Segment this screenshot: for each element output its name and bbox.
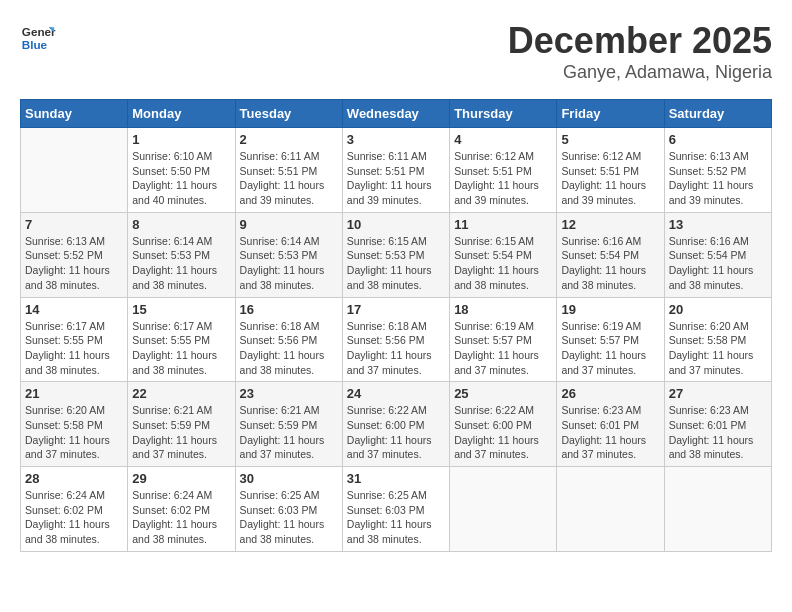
calendar-cell: 27 Sunrise: 6:23 AMSunset: 6:01 PMDaylig…: [664, 382, 771, 467]
day-number: 25: [454, 386, 552, 401]
day-number: 30: [240, 471, 338, 486]
day-info: Sunrise: 6:12 AMSunset: 5:51 PMDaylight:…: [561, 149, 659, 208]
calendar-cell: 7 Sunrise: 6:13 AMSunset: 5:52 PMDayligh…: [21, 212, 128, 297]
day-info: Sunrise: 6:18 AMSunset: 5:56 PMDaylight:…: [347, 319, 445, 378]
day-header-saturday: Saturday: [664, 100, 771, 128]
day-number: 16: [240, 302, 338, 317]
day-info: Sunrise: 6:17 AMSunset: 5:55 PMDaylight:…: [132, 319, 230, 378]
day-number: 8: [132, 217, 230, 232]
day-number: 2: [240, 132, 338, 147]
day-header-thursday: Thursday: [450, 100, 557, 128]
calendar-cell: 31 Sunrise: 6:25 AMSunset: 6:03 PMDaylig…: [342, 467, 449, 552]
location-title: Ganye, Adamawa, Nigeria: [508, 62, 772, 83]
day-info: Sunrise: 6:10 AMSunset: 5:50 PMDaylight:…: [132, 149, 230, 208]
day-number: 11: [454, 217, 552, 232]
day-header-wednesday: Wednesday: [342, 100, 449, 128]
day-number: 7: [25, 217, 123, 232]
calendar-cell: 21 Sunrise: 6:20 AMSunset: 5:58 PMDaylig…: [21, 382, 128, 467]
day-number: 9: [240, 217, 338, 232]
day-info: Sunrise: 6:23 AMSunset: 6:01 PMDaylight:…: [561, 403, 659, 462]
calendar-cell: 1 Sunrise: 6:10 AMSunset: 5:50 PMDayligh…: [128, 128, 235, 213]
week-row-1: 1 Sunrise: 6:10 AMSunset: 5:50 PMDayligh…: [21, 128, 772, 213]
calendar-cell: 17 Sunrise: 6:18 AMSunset: 5:56 PMDaylig…: [342, 297, 449, 382]
week-row-2: 7 Sunrise: 6:13 AMSunset: 5:52 PMDayligh…: [21, 212, 772, 297]
calendar-cell: 28 Sunrise: 6:24 AMSunset: 6:02 PMDaylig…: [21, 467, 128, 552]
day-header-tuesday: Tuesday: [235, 100, 342, 128]
header: General Blue December 2025 Ganye, Adamaw…: [20, 20, 772, 83]
calendar-cell: 10 Sunrise: 6:15 AMSunset: 5:53 PMDaylig…: [342, 212, 449, 297]
day-number: 29: [132, 471, 230, 486]
day-number: 15: [132, 302, 230, 317]
day-number: 1: [132, 132, 230, 147]
week-row-3: 14 Sunrise: 6:17 AMSunset: 5:55 PMDaylig…: [21, 297, 772, 382]
day-number: 24: [347, 386, 445, 401]
day-info: Sunrise: 6:19 AMSunset: 5:57 PMDaylight:…: [561, 319, 659, 378]
day-number: 20: [669, 302, 767, 317]
day-header-monday: Monday: [128, 100, 235, 128]
day-number: 4: [454, 132, 552, 147]
day-info: Sunrise: 6:15 AMSunset: 5:54 PMDaylight:…: [454, 234, 552, 293]
calendar-cell: 26 Sunrise: 6:23 AMSunset: 6:01 PMDaylig…: [557, 382, 664, 467]
logo-icon: General Blue: [20, 20, 56, 56]
day-info: Sunrise: 6:23 AMSunset: 6:01 PMDaylight:…: [669, 403, 767, 462]
calendar-cell: 4 Sunrise: 6:12 AMSunset: 5:51 PMDayligh…: [450, 128, 557, 213]
calendar-cell: 30 Sunrise: 6:25 AMSunset: 6:03 PMDaylig…: [235, 467, 342, 552]
calendar-cell: 13 Sunrise: 6:16 AMSunset: 5:54 PMDaylig…: [664, 212, 771, 297]
calendar-cell: 6 Sunrise: 6:13 AMSunset: 5:52 PMDayligh…: [664, 128, 771, 213]
calendar-cell: 9 Sunrise: 6:14 AMSunset: 5:53 PMDayligh…: [235, 212, 342, 297]
day-number: 19: [561, 302, 659, 317]
calendar-cell: 16 Sunrise: 6:18 AMSunset: 5:56 PMDaylig…: [235, 297, 342, 382]
day-info: Sunrise: 6:22 AMSunset: 6:00 PMDaylight:…: [347, 403, 445, 462]
day-info: Sunrise: 6:16 AMSunset: 5:54 PMDaylight:…: [561, 234, 659, 293]
header-row: SundayMondayTuesdayWednesdayThursdayFrid…: [21, 100, 772, 128]
calendar-table: SundayMondayTuesdayWednesdayThursdayFrid…: [20, 99, 772, 552]
day-info: Sunrise: 6:24 AMSunset: 6:02 PMDaylight:…: [132, 488, 230, 547]
calendar-cell: 24 Sunrise: 6:22 AMSunset: 6:00 PMDaylig…: [342, 382, 449, 467]
day-number: 28: [25, 471, 123, 486]
day-info: Sunrise: 6:24 AMSunset: 6:02 PMDaylight:…: [25, 488, 123, 547]
calendar-cell: 2 Sunrise: 6:11 AMSunset: 5:51 PMDayligh…: [235, 128, 342, 213]
calendar-cell: [557, 467, 664, 552]
day-info: Sunrise: 6:20 AMSunset: 5:58 PMDaylight:…: [25, 403, 123, 462]
calendar-cell: 19 Sunrise: 6:19 AMSunset: 5:57 PMDaylig…: [557, 297, 664, 382]
day-info: Sunrise: 6:14 AMSunset: 5:53 PMDaylight:…: [240, 234, 338, 293]
calendar-cell: 5 Sunrise: 6:12 AMSunset: 5:51 PMDayligh…: [557, 128, 664, 213]
day-number: 12: [561, 217, 659, 232]
calendar-cell: 12 Sunrise: 6:16 AMSunset: 5:54 PMDaylig…: [557, 212, 664, 297]
day-number: 17: [347, 302, 445, 317]
day-info: Sunrise: 6:16 AMSunset: 5:54 PMDaylight:…: [669, 234, 767, 293]
day-info: Sunrise: 6:11 AMSunset: 5:51 PMDaylight:…: [240, 149, 338, 208]
calendar-cell: [450, 467, 557, 552]
day-number: 5: [561, 132, 659, 147]
day-number: 23: [240, 386, 338, 401]
svg-text:General: General: [22, 25, 56, 38]
day-info: Sunrise: 6:11 AMSunset: 5:51 PMDaylight:…: [347, 149, 445, 208]
logo: General Blue: [20, 20, 56, 56]
calendar-cell: 23 Sunrise: 6:21 AMSunset: 5:59 PMDaylig…: [235, 382, 342, 467]
calendar-cell: 8 Sunrise: 6:14 AMSunset: 5:53 PMDayligh…: [128, 212, 235, 297]
day-number: 14: [25, 302, 123, 317]
day-info: Sunrise: 6:20 AMSunset: 5:58 PMDaylight:…: [669, 319, 767, 378]
day-header-friday: Friday: [557, 100, 664, 128]
day-number: 26: [561, 386, 659, 401]
day-info: Sunrise: 6:19 AMSunset: 5:57 PMDaylight:…: [454, 319, 552, 378]
day-number: 18: [454, 302, 552, 317]
day-info: Sunrise: 6:18 AMSunset: 5:56 PMDaylight:…: [240, 319, 338, 378]
day-info: Sunrise: 6:13 AMSunset: 5:52 PMDaylight:…: [669, 149, 767, 208]
day-info: Sunrise: 6:14 AMSunset: 5:53 PMDaylight:…: [132, 234, 230, 293]
calendar-cell: 22 Sunrise: 6:21 AMSunset: 5:59 PMDaylig…: [128, 382, 235, 467]
day-info: Sunrise: 6:25 AMSunset: 6:03 PMDaylight:…: [240, 488, 338, 547]
day-info: Sunrise: 6:17 AMSunset: 5:55 PMDaylight:…: [25, 319, 123, 378]
week-row-5: 28 Sunrise: 6:24 AMSunset: 6:02 PMDaylig…: [21, 467, 772, 552]
day-number: 13: [669, 217, 767, 232]
calendar-cell: 3 Sunrise: 6:11 AMSunset: 5:51 PMDayligh…: [342, 128, 449, 213]
day-info: Sunrise: 6:21 AMSunset: 5:59 PMDaylight:…: [132, 403, 230, 462]
week-row-4: 21 Sunrise: 6:20 AMSunset: 5:58 PMDaylig…: [21, 382, 772, 467]
day-number: 3: [347, 132, 445, 147]
day-number: 6: [669, 132, 767, 147]
svg-text:Blue: Blue: [22, 38, 48, 51]
day-number: 22: [132, 386, 230, 401]
calendar-cell: [664, 467, 771, 552]
day-info: Sunrise: 6:21 AMSunset: 5:59 PMDaylight:…: [240, 403, 338, 462]
day-number: 21: [25, 386, 123, 401]
